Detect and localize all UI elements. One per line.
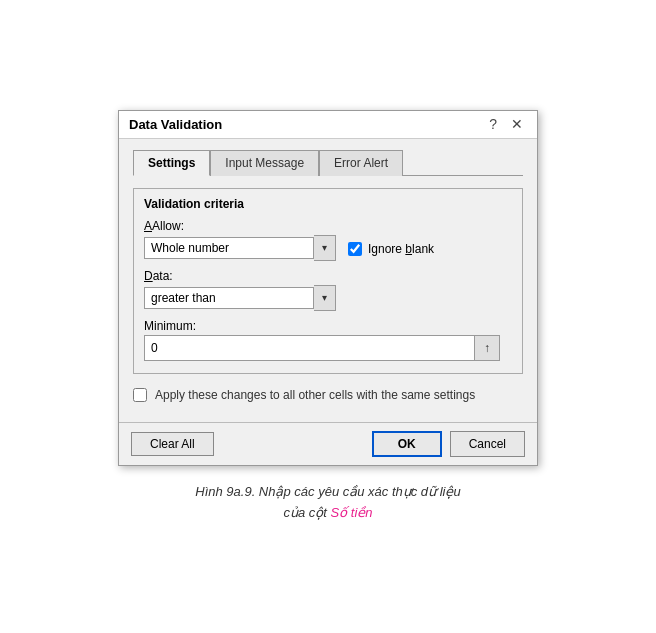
allow-dropdown-btn[interactable]: ▾ <box>314 235 336 261</box>
dialog-content: Settings Input Message Error Alert Valid… <box>119 139 537 422</box>
data-select-wrapper: greater than ▾ <box>144 285 512 311</box>
figure-caption: Hình 9a.9. Nhập các yêu cầu xác thực dữ … <box>195 482 460 524</box>
cancel-button[interactable]: Cancel <box>450 431 525 457</box>
ok-button[interactable]: OK <box>372 431 442 457</box>
allow-field: AAllow: Whole number ▾ <box>144 219 336 261</box>
dialog-title: Data Validation <box>129 117 222 132</box>
validation-criteria-group: Validation criteria AAllow: Whole number… <box>133 188 523 374</box>
help-button[interactable]: ? <box>485 117 501 131</box>
group-title: Validation criteria <box>144 197 512 211</box>
caption-highlight: Số tiền <box>331 505 373 520</box>
minimum-input[interactable] <box>144 335 474 361</box>
minimum-field: Minimum: ↑ <box>144 319 512 361</box>
upload-icon: ↑ <box>484 341 490 355</box>
data-dropdown-btn[interactable]: ▾ <box>314 285 336 311</box>
tab-error-alert[interactable]: Error Alert <box>319 150 403 176</box>
data-validation-dialog: Data Validation ? ✕ Settings Input Messa… <box>118 110 538 466</box>
dropdown-arrow-icon-2: ▾ <box>322 292 327 303</box>
tab-bar: Settings Input Message Error Alert <box>133 149 523 176</box>
data-label: Data: <box>144 269 512 283</box>
apply-text: Apply these changes to all other cells w… <box>155 388 475 402</box>
minimum-label: Minimum: <box>144 319 512 333</box>
dropdown-arrow-icon: ▾ <box>322 242 327 253</box>
minimum-collapse-btn[interactable]: ↑ <box>474 335 500 361</box>
data-select[interactable]: greater than <box>144 287 314 309</box>
apply-checkbox[interactable] <box>133 388 147 402</box>
ignore-blank-checkbox[interactable] <box>348 242 362 256</box>
footer-right-buttons: OK Cancel <box>372 431 525 457</box>
dialog-footer: Clear All OK Cancel <box>119 422 537 465</box>
allow-select[interactable]: Whole number <box>144 237 314 259</box>
allow-row: AAllow: Whole number ▾ Ignore blank <box>144 219 512 261</box>
tab-settings[interactable]: Settings <box>133 150 210 176</box>
ignore-blank-label: Ignore blank <box>368 242 434 256</box>
title-bar: Data Validation ? ✕ <box>119 111 537 139</box>
ignore-blank-row: Ignore blank <box>348 242 434 256</box>
allow-select-wrapper: Whole number ▾ <box>144 235 336 261</box>
apply-row: Apply these changes to all other cells w… <box>133 388 523 402</box>
clear-all-button[interactable]: Clear All <box>131 432 214 456</box>
minimum-input-wrapper: ↑ <box>144 335 512 361</box>
caption-line2: của cột Số tiền <box>195 503 460 524</box>
title-bar-controls: ? ✕ <box>485 117 527 131</box>
close-button[interactable]: ✕ <box>507 117 527 131</box>
caption-line1: Hình 9a.9. Nhập các yêu cầu xác thực dữ … <box>195 482 460 503</box>
data-field: Data: greater than ▾ <box>144 269 512 311</box>
tab-input-message[interactable]: Input Message <box>210 150 319 176</box>
dialog-wrapper: Data Validation ? ✕ Settings Input Messa… <box>118 110 538 524</box>
allow-label: AAllow: <box>144 219 336 233</box>
